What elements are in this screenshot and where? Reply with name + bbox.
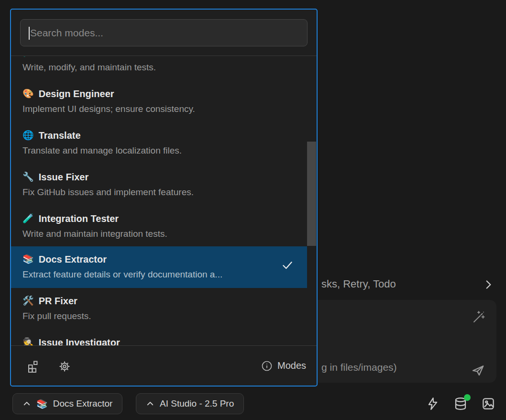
- model-selector-button[interactable]: AI Studio - 2.5 Pro: [136, 393, 244, 414]
- chevron-right-icon[interactable]: [482, 278, 495, 291]
- chevron-up-icon: [146, 399, 154, 408]
- settings-gear-icon[interactable]: [57, 359, 72, 374]
- status-bar: 📚 Docs Extractor AI Studio - 2.5 Pro: [0, 390, 506, 420]
- mode-item-design-engineer[interactable]: 🎨 Design Engineer Implement UI designs; …: [11, 81, 307, 122]
- mode-item-docs-extractor[interactable]: 📚 Docs Extractor Extract feature details…: [11, 246, 307, 288]
- globe-icon: 🌐: [22, 128, 34, 143]
- send-icon[interactable]: [471, 363, 485, 377]
- status-dot: [464, 394, 471, 401]
- lightning-icon[interactable]: [426, 397, 440, 411]
- mode-selector-popup: 🧪 Write, modify, and maintain tests. 🎨 D…: [10, 9, 318, 387]
- image-icon[interactable]: [481, 397, 495, 411]
- test-tube-icon: 🧪: [22, 211, 34, 226]
- mode-list: 🧪 Write, modify, and maintain tests. 🎨 D…: [11, 56, 317, 346]
- statusbar-icon-group: [426, 393, 495, 414]
- mode-item-issue-investigator[interactable]: 🕵️ Issue Investigator: [11, 330, 307, 346]
- mode-pill-label: Docs Extractor: [53, 398, 113, 409]
- mode-item-integration-tester[interactable]: 🧪 Integration Tester Write and maintain …: [11, 206, 307, 247]
- palette-icon: 🎨: [22, 87, 34, 101]
- chat-input-placeholder: g in files/images): [321, 362, 397, 373]
- mode-item-issue-fixer[interactable]: 🔧 Issue Fixer Fix GitHub issues and impl…: [11, 164, 307, 206]
- history-snippet-text: sks, Retry, Todo: [321, 278, 396, 290]
- popup-footer: Modes: [11, 345, 317, 386]
- mode-pill-emoji: 📚: [36, 398, 48, 409]
- checkmark-icon: [281, 259, 294, 271]
- mode-item-tests[interactable]: 🧪 Write, modify, and maintain tests.: [11, 56, 307, 81]
- chevron-up-icon: [22, 399, 31, 408]
- model-pill-label: AI Studio - 2.5 Pro: [160, 398, 234, 409]
- info-icon: [261, 360, 273, 372]
- wrench-icon: 🔧: [22, 170, 34, 184]
- hammer-wrench-icon: 🛠️: [22, 294, 34, 308]
- search-input-wrapper: [20, 19, 308, 46]
- mode-item-translate[interactable]: 🌐 Translate Translate and manage localiz…: [11, 122, 307, 164]
- app-screen: sks, Retry, Todo g in files/images): [0, 0, 506, 420]
- mode-item-pr-fixer[interactable]: 🛠️ PR Fixer Fix pull requests.: [11, 288, 307, 330]
- search-section: [11, 10, 317, 56]
- books-icon: 📚: [22, 252, 34, 266]
- detective-icon: 🕵️: [22, 335, 34, 346]
- scrollbar-thumb[interactable]: [307, 142, 316, 246]
- test-tube-icon: 🧪: [22, 56, 34, 59]
- modes-label: Modes: [277, 360, 306, 371]
- text-caret: [29, 27, 30, 40]
- search-input[interactable]: [21, 20, 307, 46]
- database-icon[interactable]: [453, 397, 468, 411]
- mode-selector-button[interactable]: 📚 Docs Extractor: [12, 393, 122, 414]
- extensions-marketplace-icon[interactable]: [26, 359, 41, 374]
- magic-wand-icon[interactable]: [471, 309, 486, 325]
- modes-info-link[interactable]: Modes: [261, 346, 306, 386]
